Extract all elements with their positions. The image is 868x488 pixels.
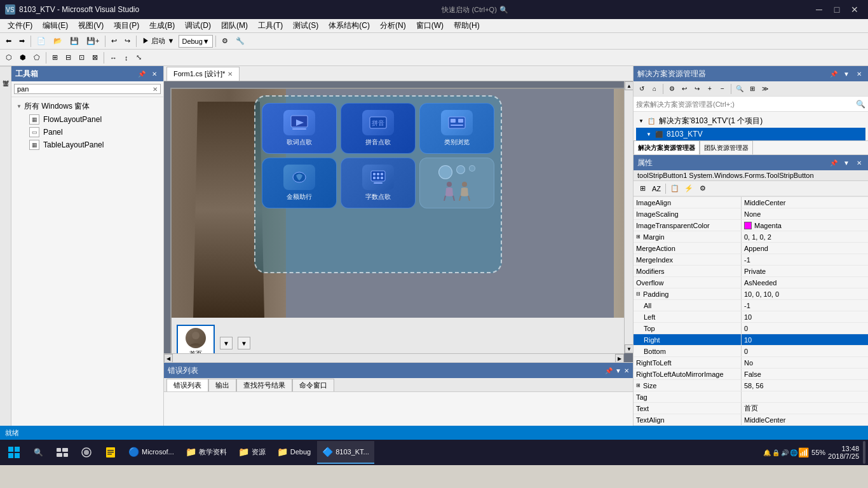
taskbar-search-icon[interactable]: 🔍 [27, 441, 50, 464]
prop-value-right[interactable]: 10 [742, 334, 868, 345]
prop-value-mergeaction[interactable]: Append [742, 243, 868, 254]
toolbox-pin-button[interactable]: 📌 [137, 69, 147, 79]
prop-value-all[interactable]: -1 [742, 300, 868, 311]
dropdown-btn-1[interactable]: ▼ [220, 337, 233, 349]
taskbar-app-debug[interactable]: 📁 Debug [272, 441, 316, 464]
error-close-button[interactable]: ✕ [624, 367, 629, 374]
error-tab-cmd[interactable]: 命令窗口 [292, 379, 334, 391]
taskbar-cortana-icon[interactable] [75, 441, 98, 464]
toolbar-extra-1[interactable]: ⚙ [219, 34, 231, 48]
tray-icon-2[interactable]: 🔒 [772, 449, 780, 456]
taskbar-app-resources[interactable]: 📁 资源 [233, 441, 271, 464]
se-tab-team[interactable]: 团队资源管理器 [700, 140, 753, 154]
size-expand-icon[interactable]: ⊞ [636, 383, 641, 388]
format-btn-1[interactable]: ⬡ [3, 51, 15, 65]
vertical-scrollbar[interactable]: ▲ ▼ [624, 81, 633, 353]
sol-arrow2-btn[interactable]: ↪ [691, 83, 703, 95]
tray-icon-1[interactable]: 🔔 [763, 449, 771, 456]
taskbar-file-icon[interactable] [99, 441, 122, 464]
sol-home-btn[interactable]: ⌂ [649, 83, 660, 95]
size-btn-1[interactable]: ↔ [107, 51, 120, 65]
menu-file[interactable]: 文件(F) [3, 19, 37, 32]
prop-value-imagescaling[interactable]: None [742, 208, 868, 219]
new-file-button[interactable]: 📄 [34, 34, 49, 48]
scroll-track[interactable] [625, 90, 633, 344]
menu-build[interactable]: 生成(B) [144, 19, 180, 32]
error-pin-button[interactable]: 📌 [605, 367, 613, 374]
start-button[interactable]: ▶ 启动 ▼ [139, 34, 177, 48]
redo-button[interactable]: ↪ [121, 34, 133, 48]
scroll-right-button[interactable]: ▶ [615, 354, 624, 362]
prop-value-left[interactable]: 10 [742, 311, 868, 322]
sol-filter-btn[interactable]: ⊞ [747, 83, 758, 95]
form-canvas[interactable]: 歌词点歌 拼音 拼音点歌 [170, 88, 624, 353]
show-desktop-button[interactable] [863, 441, 865, 464]
prop-arrow-button[interactable]: ▼ [841, 158, 851, 168]
align-btn-3[interactable]: ⊡ [76, 51, 88, 65]
scroll-up-button[interactable]: ▲ [625, 81, 633, 90]
taskbar-app-microsoft[interactable]: 🔵 Microsof... [123, 441, 179, 464]
se-tab-solution[interactable]: 解决方案资源管理器 [634, 140, 700, 154]
prop-value-text[interactable]: 首页 [742, 403, 868, 414]
size-btn-2[interactable]: ↕ [121, 51, 132, 65]
align-btn-1[interactable]: ⊞ [49, 51, 61, 65]
prop-value-top[interactable]: 0 [742, 323, 868, 334]
format-btn-2[interactable]: ⬢ [17, 51, 29, 65]
horizontal-scrollbar[interactable]: ◀ ▶ [164, 353, 624, 362]
menu-view[interactable]: 视图(V) [73, 19, 109, 32]
tray-icon-4[interactable]: 🌐 [790, 449, 797, 456]
ktv-menu-item-3[interactable]: 类别浏览 [419, 103, 494, 154]
ktv-menu-item-5[interactable]: 字数点歌 [341, 158, 416, 208]
menu-project[interactable]: 项目(P) [109, 19, 144, 32]
search-clear-button[interactable]: ✕ [153, 86, 158, 93]
prop-value-mergeindex[interactable]: -1 [742, 254, 868, 265]
tray-icon-3[interactable]: 🔊 [781, 449, 789, 456]
format-btn-3[interactable]: ⬠ [31, 51, 43, 65]
undo-button[interactable]: ↩ [108, 34, 120, 48]
designer-scroll-area[interactable]: 歌词点歌 拼音 拼音点歌 [164, 81, 624, 353]
align-btn-4[interactable]: ⊠ [89, 51, 101, 65]
sol-arrow-btn[interactable]: ↩ [679, 83, 690, 95]
menu-help[interactable]: 帮助(H) [449, 19, 485, 32]
menu-tools[interactable]: 工具(T) [253, 19, 288, 32]
scroll-left-button[interactable]: ◀ [164, 354, 173, 362]
sol-refresh-btn[interactable]: ↺ [636, 83, 648, 95]
menu-window[interactable]: 窗口(W) [411, 19, 449, 32]
prop-value-overflow[interactable]: AsNeeded [742, 277, 868, 288]
prop-value-modifiers[interactable]: Private [742, 266, 868, 276]
sol-settings-btn[interactable]: ⚙ [666, 83, 677, 95]
toolbox-category-label[interactable]: ▼ 所有 Windows 窗体 [14, 100, 161, 113]
toolbox-item-flowlayout[interactable]: ▦ FlowLayoutPanel [27, 113, 161, 126]
error-tab-output[interactable]: 输出 [208, 379, 236, 391]
menu-test[interactable]: 测试(S) [288, 19, 323, 32]
solution-project-item[interactable]: ▼ ⬛ 8103_KTV [636, 128, 865, 140]
ktv-menu-item-2[interactable]: 拼音 拼音点歌 [341, 103, 416, 154]
prop-settings-button[interactable]: ⚙ [696, 182, 709, 195]
menu-arch[interactable]: 体系结构(C) [323, 19, 375, 32]
solution-root-item[interactable]: ▼ 📋 解决方案'8103_KTV'(1 个项目) [636, 114, 865, 128]
prop-value-imagetranscolor[interactable]: Magenta [742, 220, 868, 231]
tab-form1-close[interactable]: ✕ [227, 71, 233, 78]
sol-more-btn[interactable]: ≫ [759, 83, 771, 95]
debug-dropdown[interactable]: Debug ▼ [179, 35, 212, 48]
align-btn-2[interactable]: ⊟ [62, 51, 74, 65]
prop-events-button[interactable]: ⚡ [682, 182, 695, 195]
menu-team[interactable]: 团队(M) [216, 19, 253, 32]
taskbar-taskview-icon[interactable] [51, 441, 74, 464]
error-arrow-button[interactable]: ▼ [615, 367, 621, 374]
sol-expand-btn[interactable]: + [704, 83, 715, 95]
back-button[interactable]: ⬅ [3, 34, 15, 48]
forward-button[interactable]: ➡ [16, 34, 28, 48]
taskbar-app-vs[interactable]: 🔷 8103_KT... [317, 441, 374, 464]
save-button[interactable]: 💾 [67, 34, 82, 48]
menu-edit[interactable]: 编辑(E) [37, 19, 73, 32]
prop-value-padding[interactable]: 10, 0, 10, 0 [742, 288, 868, 299]
prop-value-margin[interactable]: 0, 1, 0, 2 [742, 231, 868, 242]
close-button[interactable]: ✕ [846, 3, 863, 16]
designer-area[interactable]: 歌词点歌 拼音 拼音点歌 [164, 81, 633, 362]
toolbox-search-input[interactable] [17, 85, 153, 93]
open-button[interactable]: 📂 [50, 34, 65, 48]
toolbox-item-panel[interactable]: ▭ Panel [27, 126, 161, 139]
prop-value-righttoleft[interactable]: No [742, 357, 868, 368]
menu-debug[interactable]: 调试(D) [180, 19, 216, 32]
